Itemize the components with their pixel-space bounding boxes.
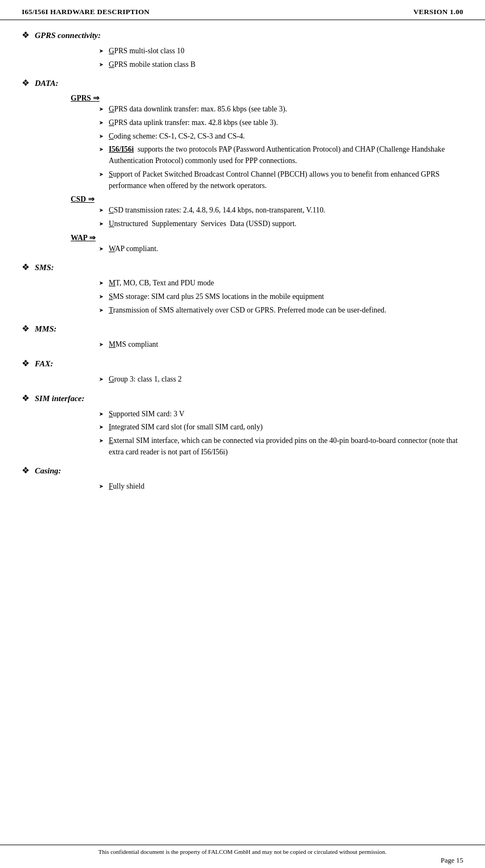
section-title-sms: SMS:	[32, 263, 54, 272]
diamond-icon: ❖	[22, 393, 29, 403]
bullet-text: External SIM interface, which can be con…	[109, 435, 463, 458]
section-casing: ❖ Casing: ➤ Fully shield	[22, 465, 463, 492]
bullet-item: ➤ Fully shield	[99, 481, 463, 492]
section-title-sim: SIM interface:	[32, 394, 84, 403]
sim-bullets: ➤ Supported SIM card: 3 V ➤ Integrated S…	[99, 409, 463, 458]
footer-note: This confidential document is the proper…	[22, 848, 463, 855]
section-data: ❖ DATA: GPRS ⇒ ➤ GPRS data downlink tran…	[22, 78, 463, 254]
bullet-text: Fully shield	[109, 481, 463, 492]
bullet-text: MMS compliant	[109, 339, 463, 351]
bullet-item: ➤ MT, MO, CB, Text and PDU mode	[99, 278, 463, 289]
bullet-text: MT, MO, CB, Text and PDU mode	[109, 278, 463, 289]
arrow-icon: ➤	[99, 206, 109, 214]
bullet-text: WAP compliant.	[109, 243, 463, 255]
diamond-icon: ❖	[22, 30, 29, 40]
bullet-text: GPRS multi-slot class 10	[109, 46, 463, 57]
bullet-item: ➤ WAP compliant.	[99, 243, 463, 255]
arrow-icon: ➤	[99, 220, 109, 228]
bullet-item: ➤ Supported SIM card: 3 V	[99, 409, 463, 420]
diamond-icon: ❖	[22, 262, 29, 272]
arrow-icon: ➤	[99, 145, 109, 153]
arrow-icon: ➤	[99, 423, 109, 431]
arrow-icon: ➤	[99, 410, 109, 418]
main-content: ❖ GPRS connectivity: ➤ GPRS multi-slot c…	[0, 20, 485, 533]
diamond-icon: ❖	[22, 465, 29, 476]
arrow-icon: ➤	[99, 47, 109, 55]
bullet-item: ➤ Group 3: class 1, class 2	[99, 374, 463, 385]
bullet-item: ➤ MMS compliant	[99, 339, 463, 351]
casing-bullets: ➤ Fully shield	[99, 481, 463, 492]
page-number: Page 15	[22, 856, 463, 865]
arrow-icon: ➤	[99, 170, 109, 178]
bullet-item: ➤ GPRS data downlink transfer: max. 85.6…	[99, 104, 463, 115]
bullet-text: Group 3: class 1, class 2	[109, 374, 463, 385]
section-sms: ❖ SMS: ➤ MT, MO, CB, Text and PDU mode ➤…	[22, 262, 463, 316]
bullet-text: I56/I56i supports the two protocols PAP …	[109, 144, 463, 166]
arrow-icon: ➤	[99, 60, 109, 68]
sub-gprs-label: GPRS ⇒	[71, 93, 463, 103]
section-mms: ❖ MMS: ➤ MMS compliant	[22, 323, 463, 351]
bullet-text: Unstructured Supplementary Services Data…	[109, 218, 463, 230]
bullet-item: ➤ GPRS multi-slot class 10	[99, 46, 463, 57]
bullet-text: CSD transmission rates: 2.4, 4.8, 9.6, 1…	[109, 205, 463, 216]
page-footer: This confidential document is the proper…	[0, 845, 485, 868]
sms-bullets: ➤ MT, MO, CB, Text and PDU mode ➤ SMS st…	[99, 278, 463, 316]
bullet-text: Support of Packet Switched Broadcast Con…	[109, 169, 463, 191]
arrow-icon: ➤	[99, 375, 109, 383]
bullet-item: ➤ CSD transmission rates: 2.4, 4.8, 9.6,…	[99, 205, 463, 216]
bullet-text: Integrated SIM card slot (for small SIM …	[109, 422, 463, 433]
bullet-item: ➤ Support of Packet Switched Broadcast C…	[99, 169, 463, 191]
arrow-icon: ➤	[99, 245, 109, 253]
mms-bullets: ➤ MMS compliant	[99, 339, 463, 351]
diamond-icon: ❖	[22, 323, 29, 334]
section-sim: ❖ SIM interface: ➤ Supported SIM card: 3…	[22, 393, 463, 458]
bullet-text: GPRS data uplink transfer: max. 42.8 kbp…	[109, 117, 463, 129]
arrow-icon: ➤	[99, 118, 109, 127]
gprs-bullets: ➤ GPRS multi-slot class 10 ➤ GPRS mobile…	[99, 46, 463, 70]
section-fax: ❖ FAX: ➤ Group 3: class 1, class 2	[22, 358, 463, 385]
page-header: I65/I56I HARDWARE DESCRIPTION VERSION 1.…	[0, 0, 485, 20]
section-title-casing: Casing:	[32, 466, 61, 476]
header-right: VERSION 1.00	[413, 8, 463, 16]
arrow-icon: ➤	[99, 105, 109, 113]
section-title-fax: FAX:	[32, 359, 53, 369]
fax-bullets: ➤ Group 3: class 1, class 2	[99, 374, 463, 385]
bullet-item: ➤ Unstructured Supplementary Services Da…	[99, 218, 463, 230]
bullet-text: GPRS data downlink transfer: max. 85.6 k…	[109, 104, 463, 115]
section-gprs-connectivity: ❖ GPRS connectivity: ➤ GPRS multi-slot c…	[22, 30, 463, 70]
diamond-icon: ❖	[22, 358, 29, 369]
bullet-item: ➤ GPRS data uplink transfer: max. 42.8 k…	[99, 117, 463, 129]
bullet-item: ➤ Coding scheme: CS-1, CS-2, CS-3 and CS…	[99, 131, 463, 142]
arrow-icon: ➤	[99, 292, 109, 301]
data-wap-bullets: ➤ WAP compliant.	[99, 243, 463, 255]
section-title-data: DATA:	[32, 79, 58, 88]
bullet-text: SMS storage: SIM card plus 25 SMS locati…	[109, 291, 463, 303]
bullet-item: ➤ Integrated SIM card slot (for small SI…	[99, 422, 463, 433]
bullet-text: Supported SIM card: 3 V	[109, 409, 463, 420]
header-left: I65/I56I HARDWARE DESCRIPTION	[22, 8, 150, 16]
data-csd-bullets: ➤ CSD transmission rates: 2.4, 4.8, 9.6,…	[99, 205, 463, 229]
arrow-icon: ➤	[99, 306, 109, 314]
bullet-text: Coding scheme: CS-1, CS-2, CS-3 and CS-4…	[109, 131, 463, 142]
arrow-icon: ➤	[99, 340, 109, 348]
diamond-icon: ❖	[22, 78, 29, 88]
bullet-item: ➤ SMS storage: SIM card plus 25 SMS loca…	[99, 291, 463, 303]
sub-wap-label: WAP ⇒	[71, 233, 463, 242]
arrow-icon: ➤	[99, 132, 109, 140]
arrow-icon: ➤	[99, 436, 109, 445]
section-title-gprs: GPRS connectivity:	[32, 31, 101, 40]
bullet-item: ➤ I56/I56i supports the two protocols PA…	[99, 144, 463, 166]
data-gprs-bullets: ➤ GPRS data downlink transfer: max. 85.6…	[99, 104, 463, 191]
sub-csd-label: CSD ⇒	[71, 195, 463, 204]
bullet-item: ➤ GPRS mobile station class B	[99, 59, 463, 71]
bullet-item: ➤ Transmission of SMS alternatively over…	[99, 305, 463, 316]
section-title-mms: MMS:	[32, 324, 57, 334]
arrow-icon: ➤	[99, 279, 109, 287]
bullet-text: Transmission of SMS alternatively over C…	[109, 305, 463, 316]
bullet-text: GPRS mobile station class B	[109, 59, 463, 71]
bullet-item: ➤ External SIM interface, which can be c…	[99, 435, 463, 458]
arrow-icon: ➤	[99, 482, 109, 490]
